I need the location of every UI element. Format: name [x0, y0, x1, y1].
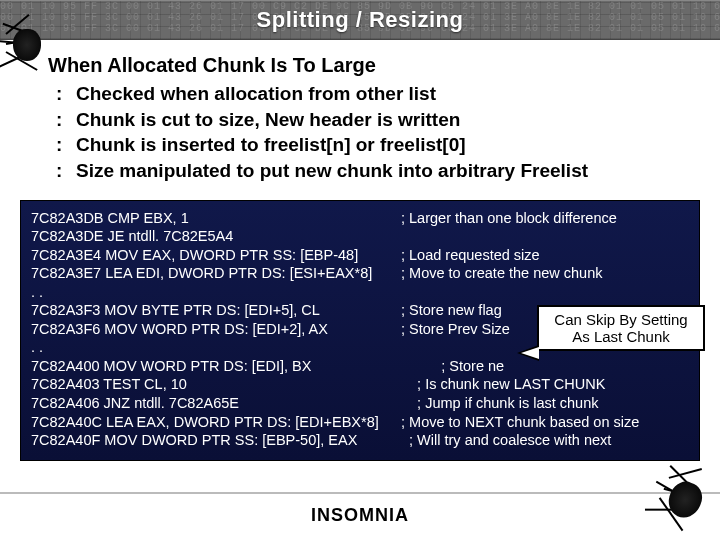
list-item: Chunk is inserted to freelist[n] or free… — [56, 132, 692, 158]
title-bar: 00 01 10 95 FF 3C 00 01 43 26 01 17 00 C… — [0, 0, 720, 40]
code-row: 7C82A400 MOV WORD PTR DS: [EDI], BX ; St… — [31, 357, 689, 376]
bullet-list: Checked when allocation from other list … — [48, 81, 692, 184]
assembly-code-block: 7C82A3DB CMP EBX, 1; Larger than one blo… — [20, 200, 700, 461]
list-item: Chunk is cut to size, New header is writ… — [56, 107, 692, 133]
code-row: . . — [31, 283, 689, 302]
code-row: 7C82A406 JNZ ntdll. 7C82A65E ; Jump if c… — [31, 394, 689, 413]
code-row: 7C82A3E7 LEA EDI, DWORD PTR DS: [ESI+EAX… — [31, 264, 689, 283]
callout-box: Can Skip By Setting As Last Chunk — [537, 305, 705, 352]
code-row: 7C82A40C LEA EAX, DWORD PTR DS: [EDI+EBX… — [31, 413, 689, 432]
code-row: 7C82A3E4 MOV EAX, DWORD PTR SS: [EBP-48]… — [31, 246, 689, 265]
footer-brand: INSOMNIA — [0, 505, 720, 526]
code-row: 7C82A40F MOV DWORD PTR SS: [EBP-50], EAX… — [31, 431, 689, 450]
section-heading: When Allocated Chunk Is To Large — [48, 54, 692, 77]
slide-title: Splitting / Resizing — [257, 7, 464, 33]
slide-body: When Allocated Chunk Is To Large Checked… — [0, 40, 720, 190]
list-item: Size manipulated to put new chunk into a… — [56, 158, 692, 184]
footer-divider — [0, 492, 720, 494]
code-row: 7C82A3DE JE ntdll. 7C82E5A4 — [31, 227, 689, 246]
code-row: 7C82A403 TEST CL, 10 ; Is chunk new LAST… — [31, 375, 689, 394]
code-row: 7C82A3DB CMP EBX, 1; Larger than one blo… — [31, 209, 689, 228]
list-item: Checked when allocation from other list — [56, 81, 692, 107]
